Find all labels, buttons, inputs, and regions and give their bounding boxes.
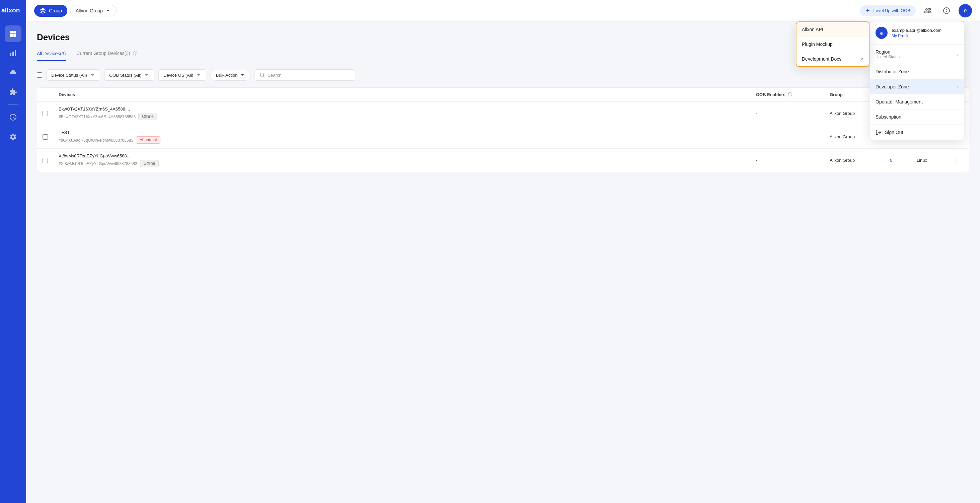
bulk-action-label: Bulk Action <box>216 73 237 78</box>
info-button[interactable] <box>940 4 953 18</box>
sidebar-item-cloud[interactable] <box>5 64 21 81</box>
oob-info-icon: ⓘ <box>788 92 792 97</box>
bulk-action-chevron-icon <box>240 73 245 77</box>
plugin-mockup-label: Plugin Mockup <box>802 41 833 47</box>
oob-status-label: OOB Status (All) <box>109 73 142 78</box>
cloud-icon <box>9 68 17 77</box>
sidebar-item-settings[interactable] <box>5 128 21 145</box>
table-row: BkwOTv2XT16XxYZrn6S_4A6588.... #BkwOTv2X… <box>37 102 969 125</box>
row2-status-badge: Abnormal <box>136 136 161 144</box>
group-layers-icon <box>40 7 46 14</box>
svg-point-11 <box>947 9 947 10</box>
table-header: Devices ↑ OOB Enablers ⓘ Group ↑ S <box>37 88 969 102</box>
oob-status-filter[interactable]: OOB Status (All) <box>104 69 154 81</box>
subscription-menu-item[interactable]: Subscription <box>870 110 964 124</box>
row2-device-name: TEST <box>59 130 756 135</box>
developer-submenu: Allxon API Plugin Mockup Development Doc… <box>796 21 869 67</box>
device-os-chevron-icon <box>196 72 201 78</box>
tab-current-group-devices[interactable]: Current Group Devices(3) ⓘ <box>76 51 137 61</box>
grid-icon <box>9 30 17 38</box>
row3-more-button[interactable]: ⋮ <box>950 157 964 164</box>
row1-device-hash: #BkwOTv2XT16XxYZrn6S_4A6588788583 <box>59 115 136 119</box>
sidebar: allxon <box>0 0 26 503</box>
select-all-checkbox[interactable] <box>37 72 42 78</box>
allxon-api-label: Allxon API <box>802 27 823 32</box>
row3-checkbox[interactable] <box>43 158 48 163</box>
group-sort-icon: ↑ <box>844 93 846 96</box>
sign-out-menu-item[interactable]: Sign Out <box>870 124 964 140</box>
row1-checkbox[interactable] <box>43 111 48 116</box>
allxon-api-submenu-item[interactable]: Allxon API <box>797 22 869 37</box>
row1-checkbox-cell <box>43 111 59 116</box>
bulk-action-button[interactable]: Bulk Action <box>210 70 251 81</box>
row1-oob: - <box>756 111 830 116</box>
bar-chart-icon <box>9 49 17 57</box>
user-avatar-button[interactable]: e <box>959 4 972 18</box>
device-os-filter[interactable]: Device OS (All) <box>158 69 206 81</box>
region-menu-item[interactable]: Region United States › <box>870 45 964 64</box>
profile-dropdown: e example.api @allxon.com My Profile Reg… <box>870 21 964 140</box>
svg-line-13 <box>263 76 265 77</box>
table-row: TEST #uG4XuAaoR5qUfUlh-elpMw6588788583 A… <box>37 125 969 149</box>
sparkle-icon <box>865 8 870 13</box>
device-status-filter[interactable]: Device Status (All) <box>46 69 100 81</box>
row1-device-info: BkwOTv2XT16XxYZrn6S_4A6588.... #BkwOTv2X… <box>59 107 756 120</box>
row2-device-info: TEST #uG4XuAaoR5qUfUlh-elpMw6588788583 A… <box>59 130 756 144</box>
row3-oob-count: 0 <box>890 158 917 163</box>
external-link-icon: ↗ <box>860 57 864 62</box>
svg-rect-4 <box>13 34 16 37</box>
sign-out-label: Sign Out <box>885 130 903 135</box>
svg-rect-7 <box>15 50 16 56</box>
oob-status-chevron-icon <box>144 72 150 78</box>
svg-rect-3 <box>10 34 13 37</box>
row3-os: Linux <box>917 158 950 163</box>
search-box[interactable]: Search <box>255 69 355 81</box>
devices-sort-icon: ↑ <box>76 93 78 96</box>
page-content: Devices All Devices(3) Current Group Dev… <box>26 21 980 503</box>
main-content: Group Allxon Group Level Up with OOB <box>26 0 980 503</box>
sidebar-item-devices[interactable] <box>5 25 21 42</box>
header-devices-col: Devices ↑ <box>59 92 756 97</box>
row2-checkbox[interactable] <box>43 134 48 140</box>
group-selector[interactable]: Allxon Group <box>70 5 116 16</box>
device-os-label: Device OS (All) <box>164 73 193 78</box>
row2-oob: - <box>756 134 830 139</box>
add-user-button[interactable] <box>921 4 934 18</box>
device-status-chevron-icon <box>90 72 95 78</box>
devices-table: Devices ↑ OOB Enablers ⓘ Group ↑ S <box>37 88 969 172</box>
developer-label: Developer Zone <box>875 84 909 89</box>
select-all-checkbox-cell <box>37 72 42 78</box>
device-status-label: Device Status (All) <box>51 73 87 78</box>
table-row: Xt8wMs0RTeaEZyYLGpoVww6588.... #Xt8wMs0R… <box>37 149 969 172</box>
svg-rect-1 <box>10 31 13 33</box>
filters-row: Device Status (All) OOB Status (All) Dev… <box>37 69 969 81</box>
my-profile-link[interactable]: My Profile <box>892 33 942 38</box>
profile-email: example.api @allxon.com <box>892 28 942 33</box>
svg-text:allxon: allxon <box>2 7 20 14</box>
sidebar-item-schedule[interactable] <box>5 109 21 126</box>
subscription-label: Subscription <box>875 114 901 119</box>
distributor-label: Distributor Zone <box>875 69 909 74</box>
tab-info-icon: ⓘ <box>133 51 138 56</box>
operator-management-menu-item[interactable]: Operator Management <box>870 94 964 110</box>
search-icon <box>259 72 265 78</box>
tab-all-devices[interactable]: All Devices(3) <box>37 51 66 61</box>
row2-device-hash: #uG4XuAaoR5qUfUlh-elpMw6588788583 <box>59 138 133 143</box>
sidebar-item-analytics[interactable] <box>5 45 21 62</box>
plugin-mockup-submenu-item[interactable]: Plugin Mockup <box>797 37 869 52</box>
settings-icon <box>9 133 17 141</box>
distributor-zone-menu-item[interactable]: Distributor Zone <box>870 64 964 80</box>
row3-device-name: Xt8wMs0RTeaEZyYLGpoVww6588.... <box>59 153 756 158</box>
search-placeholder: Search <box>267 73 282 78</box>
level-up-button[interactable]: Level Up with OOB <box>860 5 916 16</box>
sidebar-item-plugins[interactable] <box>5 84 21 100</box>
developer-zone-menu-item[interactable]: Developer Zone › <box>870 80 964 94</box>
group-type-button[interactable]: Group <box>34 5 67 17</box>
region-stack: Region United States <box>875 49 900 59</box>
avatar-letter: e <box>964 8 967 14</box>
development-docs-submenu-item[interactable]: Development Docs ↗ <box>797 52 869 66</box>
info-icon <box>943 7 950 14</box>
header-oob-col: OOB Enablers ⓘ <box>756 92 830 97</box>
app-logo: allxon <box>0 5 27 16</box>
group-name-label: Allxon Group <box>76 8 103 13</box>
